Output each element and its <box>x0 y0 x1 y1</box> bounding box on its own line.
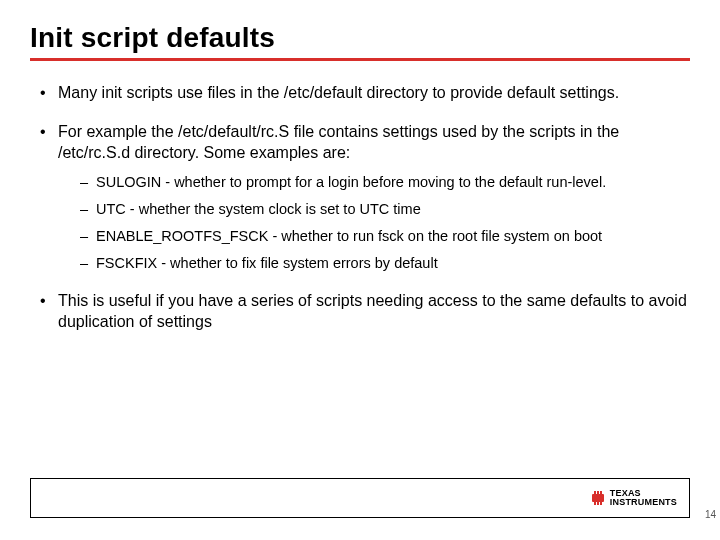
sub-bullet-text: FSCKFIX - whether to fix file system err… <box>96 255 438 271</box>
sub-bullet-item: SULOGIN - whether to prompt for a login … <box>80 173 690 192</box>
logo-line2: INSTRUMENTS <box>610 498 677 507</box>
footer-bar: TEXAS INSTRUMENTS <box>30 478 690 518</box>
bullet-text: This is useful if you have a series of s… <box>58 292 687 330</box>
svg-rect-5 <box>597 502 599 505</box>
slide: Init script defaults Many init scripts u… <box>0 0 720 540</box>
bullet-item: Many init scripts use files in the /etc/… <box>40 83 690 104</box>
sub-bullet-item: UTC - whether the system clock is set to… <box>80 200 690 219</box>
ti-logo: TEXAS INSTRUMENTS <box>590 489 677 506</box>
bullet-text: Many init scripts use files in the /etc/… <box>58 84 619 101</box>
logo-text: TEXAS INSTRUMENTS <box>610 489 677 506</box>
svg-rect-6 <box>600 502 602 505</box>
sub-bullet-item: FSCKFIX - whether to fix file system err… <box>80 254 690 273</box>
svg-rect-4 <box>594 502 596 505</box>
title-underline <box>30 58 690 61</box>
slide-content: Many init scripts use files in the /etc/… <box>30 83 690 332</box>
svg-rect-1 <box>594 491 596 494</box>
svg-rect-2 <box>597 491 599 494</box>
sub-bullet-list: SULOGIN - whether to prompt for a login … <box>58 173 690 272</box>
page-number: 14 <box>705 509 716 520</box>
sub-bullet-item: ENABLE_ROOTFS_FSCK - whether to run fsck… <box>80 227 690 246</box>
sub-bullet-text: SULOGIN - whether to prompt for a login … <box>96 174 606 190</box>
svg-rect-3 <box>600 491 602 494</box>
chip-icon <box>590 490 606 506</box>
bullet-item: This is useful if you have a series of s… <box>40 291 690 333</box>
sub-bullet-text: UTC - whether the system clock is set to… <box>96 201 421 217</box>
slide-title: Init script defaults <box>30 22 690 54</box>
bullet-list: Many init scripts use files in the /etc/… <box>30 83 690 332</box>
bullet-text: For example the /etc/default/rc.S file c… <box>58 123 619 161</box>
svg-rect-0 <box>592 494 604 502</box>
bullet-item: For example the /etc/default/rc.S file c… <box>40 122 690 273</box>
sub-bullet-text: ENABLE_ROOTFS_FSCK - whether to run fsck… <box>96 228 602 244</box>
